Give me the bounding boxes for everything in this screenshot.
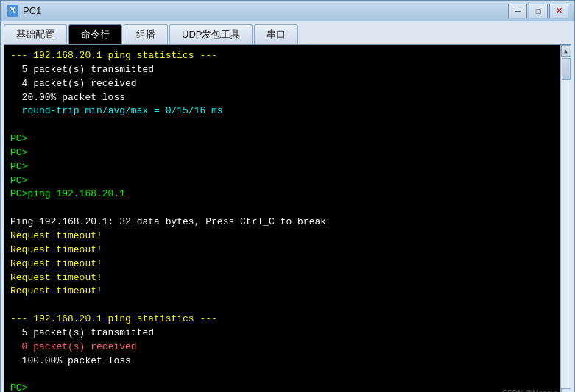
- close-button[interactable]: ✕: [549, 4, 568, 18]
- scroll-track: [561, 57, 571, 388]
- scroll-down-button[interactable]: ▼: [561, 388, 571, 392]
- tab-multicast[interactable]: 组播: [124, 24, 168, 44]
- minimize-button[interactable]: ─: [508, 4, 527, 18]
- scrollbar[interactable]: ▲ ▼: [560, 45, 571, 392]
- tab-serial[interactable]: 串口: [254, 24, 298, 44]
- tab-bar: 基础配置 命令行 组播 UDP发包工具 串口: [1, 21, 574, 44]
- window-title: PC1: [23, 5, 508, 16]
- window-icon: PC: [7, 5, 18, 17]
- tab-basic-config[interactable]: 基础配置: [4, 24, 67, 44]
- terminal[interactable]: --- 192.168.20.1 ping statistics --- 5 p…: [4, 45, 560, 392]
- watermark: CSDN @Meaaur: [502, 389, 557, 392]
- maximize-button[interactable]: □: [529, 4, 548, 18]
- main-window: PC PC1 ─ □ ✕ 基础配置 命令行 组播 UDP发包工具 串口 --- …: [0, 0, 575, 392]
- scroll-thumb[interactable]: [562, 58, 571, 80]
- terminal-wrapper: --- 192.168.20.1 ping statistics --- 5 p…: [4, 44, 571, 392]
- tab-command-line[interactable]: 命令行: [68, 24, 122, 44]
- title-buttons: ─ □ ✕: [508, 4, 568, 18]
- scroll-up-button[interactable]: ▲: [561, 45, 571, 57]
- tab-udp-tool[interactable]: UDP发包工具: [169, 24, 253, 44]
- content-area: --- 192.168.20.1 ping statistics --- 5 p…: [1, 44, 574, 392]
- title-bar: PC PC1 ─ □ ✕: [1, 1, 574, 21]
